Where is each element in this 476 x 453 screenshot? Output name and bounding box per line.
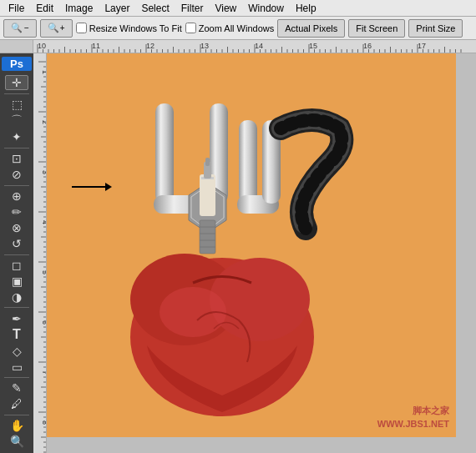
print-size-btn[interactable]: Print Size <box>408 19 463 38</box>
tool-divider-7 <box>4 415 29 415</box>
gradient-tool[interactable]: ▣ <box>5 274 28 288</box>
arrow-line <box>72 186 105 188</box>
slice-tool[interactable]: ⊘ <box>5 168 28 182</box>
menu-select[interactable]: Select <box>136 2 174 15</box>
zoom-tool[interactable]: 🔍 <box>5 435 28 449</box>
menubar: File Edit Image Layer Select Filter View… <box>0 0 476 17</box>
svg-rect-0 <box>155 103 174 204</box>
zoom-all-windows-checkbox[interactable]: Zoom All Windows <box>185 23 274 33</box>
menu-layer[interactable]: Layer <box>99 2 134 15</box>
resize-windows-checkbox[interactable]: Resize Windows To Fit <box>76 23 182 33</box>
menu-image[interactable]: Image <box>60 2 98 15</box>
magic-wand-tool[interactable]: ✦ <box>5 130 28 144</box>
brush-tool[interactable]: ✏ <box>5 204 28 219</box>
resize-windows-input[interactable] <box>76 23 87 33</box>
zoom-all-label: Zoom All Windows <box>199 23 274 33</box>
eraser-tool[interactable]: ◻ <box>5 258 28 272</box>
tool-divider-4 <box>4 254 29 255</box>
fit-screen-btn[interactable]: Fit Screen <box>348 19 405 38</box>
svg-point-19 <box>210 258 310 341</box>
actual-pixels-btn[interactable]: Actual Pixels <box>277 19 345 38</box>
zoom-plus-icon: 🔍 <box>48 23 59 33</box>
menu-window[interactable]: Window <box>243 2 289 15</box>
menu-filter[interactable]: Filter <box>176 2 209 15</box>
svg-rect-8 <box>200 174 215 216</box>
dodge-tool[interactable]: ◑ <box>5 289 28 304</box>
type-tool[interactable]: T <box>5 327 28 342</box>
history-brush-tool[interactable]: ↺ <box>5 236 28 250</box>
crop-tool[interactable]: ⊡ <box>5 152 28 166</box>
zoom-tool-btn[interactable]: 🔍 − <box>3 19 37 38</box>
ps-logo: Ps <box>2 57 32 71</box>
tool-divider-6 <box>4 377 29 378</box>
hand-tool[interactable]: ✋ <box>5 419 28 433</box>
canvas-svg <box>47 53 456 437</box>
canvas-wrapper[interactable]: 脚本之家 WWW.JBS1.NET <box>47 53 476 453</box>
zoom-icon-minus: − <box>24 23 29 33</box>
optionsbar: 🔍 − 🔍 + Resize Windows To Fit Zoom All W… <box>0 17 476 40</box>
arrow-head <box>105 183 112 191</box>
ruler-horizontal <box>0 40 476 53</box>
svg-rect-12 <box>200 220 215 254</box>
notes-tool[interactable]: ✎ <box>5 381 28 395</box>
lasso-tool[interactable]: ⌒ <box>5 113 28 128</box>
tool-divider-3 <box>4 185 29 186</box>
clone-tool[interactable]: ⊗ <box>5 220 28 234</box>
ruler-vertical <box>33 53 47 453</box>
heal-tool[interactable]: ⊕ <box>5 189 28 203</box>
image-canvas: 脚本之家 WWW.JBS1.NET <box>47 53 456 437</box>
marquee-tool[interactable]: ⬚ <box>5 98 28 112</box>
move-tool[interactable]: ✛ <box>5 75 28 90</box>
zoom-icon: 🔍 <box>11 23 23 33</box>
eyedropper-tool[interactable]: 🖊 <box>5 397 28 411</box>
toolbar: Ps ✛ ⬚ ⌒ ✦ ⊡ ⊘ ⊕ ✏ ⊗ ↺ ◻ ▣ ◑ ✒ T ◇ ▭ ✎ 🖊… <box>0 53 33 453</box>
shape-tool[interactable]: ▭ <box>5 360 28 374</box>
ruler-corner <box>0 40 33 53</box>
tool-divider-2 <box>4 148 29 148</box>
zoom-plus-btn[interactable]: 🔍 + <box>40 19 73 38</box>
menu-help[interactable]: Help <box>291 2 322 15</box>
pen-tool[interactable]: ✒ <box>5 311 28 325</box>
menu-file[interactable]: File <box>3 2 29 15</box>
arrow-indicator <box>72 183 112 191</box>
resize-windows-label: Resize Windows To Fit <box>89 23 182 33</box>
svg-rect-3 <box>239 120 257 204</box>
svg-rect-11 <box>205 158 210 166</box>
tool-divider-5 <box>4 307 29 308</box>
canvas-area: 脚本之家 WWW.JBS1.NET <box>33 53 476 453</box>
zoom-all-input[interactable] <box>185 23 196 33</box>
menu-view[interactable]: View <box>210 2 241 15</box>
main-area: Ps ✛ ⬚ ⌒ ✦ ⊡ ⊘ ⊕ ✏ ⊗ ↺ ◻ ▣ ◑ ✒ T ◇ ▭ ✎ 🖊… <box>0 53 476 453</box>
menu-edit[interactable]: Edit <box>31 2 58 15</box>
ruler-ticks-horizontal <box>33 40 476 53</box>
tool-divider-1 <box>4 93 29 94</box>
path-selection-tool[interactable]: ◇ <box>5 344 28 358</box>
